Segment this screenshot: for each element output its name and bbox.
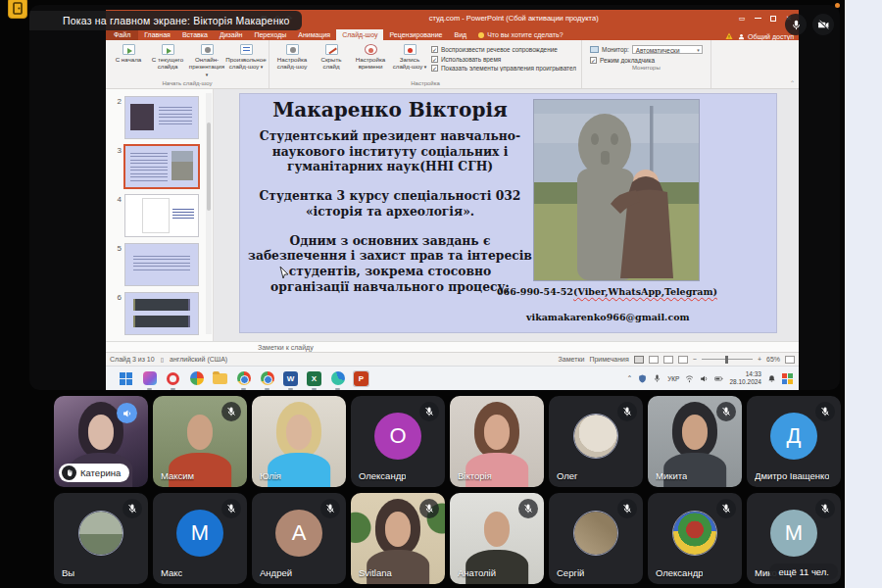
collapse-ribbon-icon[interactable]: ⌃	[790, 79, 795, 86]
wifi-icon[interactable]	[685, 374, 694, 383]
shield-icon[interactable]	[638, 374, 647, 383]
use-timings-checkbox[interactable]: ✓Использовать время	[431, 56, 576, 63]
from-beginning-button[interactable]: С начала	[109, 42, 148, 63]
participant-tile-yuliia[interactable]: Юлія	[252, 396, 346, 487]
ppt-statusbar: Слайд 3 из 10 ▯ английский (США) Заметки…	[106, 352, 799, 366]
thumbnail-slide-6[interactable]: 6	[112, 293, 213, 334]
participant-tile-you[interactable]: Вы	[54, 493, 148, 584]
current-slide[interactable]: Макаренко Вікторія Студентський президен…	[240, 94, 776, 332]
ribbon-options-icon[interactable]: ▭	[735, 12, 749, 24]
slide-thumbnail-panel[interactable]: 2 3 4 5 6	[106, 89, 214, 341]
slide-editor-area[interactable]: Макаренко Вікторія Студентський президен…	[214, 89, 799, 341]
setup-slideshow-button[interactable]: Настройка слайд-шоу	[272, 42, 312, 70]
taskbar-word[interactable]: W	[282, 370, 299, 387]
spellcheck-icon[interactable]: ▯	[161, 356, 164, 363]
reading-view-icon[interactable]	[663, 356, 673, 364]
taskbar-opera[interactable]	[165, 370, 181, 387]
participant-tile-svitlana[interactable]: Svitlana	[351, 493, 445, 584]
taskbar-photos[interactable]	[141, 370, 158, 387]
custom-slideshow-button[interactable]: Произвольное слайд-шоу	[226, 42, 266, 71]
normal-view-icon[interactable]	[634, 356, 644, 364]
participant-tile-oleksandr[interactable]: О Олександр	[351, 396, 445, 487]
slide-3-preview-selected[interactable]	[125, 146, 198, 187]
restore-button[interactable]	[766, 12, 780, 24]
comments-toggle[interactable]: Примечания	[589, 356, 628, 363]
thumbnail-slide-2[interactable]: 2	[112, 97, 213, 138]
tab-transitions[interactable]: Переходы	[248, 29, 292, 40]
record-slideshow-button[interactable]: Запись слайд-шоу	[390, 42, 429, 71]
participant-tile-mykyta[interactable]: Микита	[648, 396, 742, 487]
presenter-view-checkbox[interactable]: ✓Режим докладчика	[590, 57, 703, 64]
tray-expand-icon[interactable]: ⌃	[627, 374, 632, 382]
taskbar-chrome-2[interactable]	[259, 370, 275, 387]
participant-tile-viktoriia[interactable]: Вікторія	[450, 396, 544, 487]
rehearse-timings-button[interactable]: Настройка времени	[351, 42, 390, 70]
tray-mic-icon[interactable]	[653, 374, 662, 383]
zoom-level[interactable]: 65%	[766, 356, 780, 363]
slide-sorter-view-icon[interactable]	[649, 356, 659, 364]
slide-6-preview[interactable]	[125, 293, 198, 334]
thumbnail-scrollbar[interactable]	[206, 93, 212, 334]
camera-off-icon[interactable]	[812, 14, 834, 35]
volume-icon[interactable]	[700, 374, 709, 383]
slideshow-view-icon[interactable]	[678, 356, 688, 364]
minimize-button[interactable]	[751, 12, 764, 24]
tab-design[interactable]: Дизайн	[214, 29, 249, 40]
mic-off-icon	[716, 402, 736, 421]
taskbar-edge[interactable]	[329, 370, 346, 387]
tab-view[interactable]: Вид	[449, 29, 473, 40]
clock[interactable]: 14:3328.10.2024	[729, 370, 761, 386]
zoom-out-icon[interactable]: −	[693, 356, 697, 363]
notification-bell-icon[interactable]	[767, 374, 776, 383]
more-people-overlay[interactable]: ещё 11 чел.	[769, 564, 838, 580]
participant-name: Максим	[161, 470, 194, 481]
participant-tile-anatolii[interactable]: Анатолій	[450, 493, 544, 584]
participant-tile-myko[interactable]: М Мико ещё 11 чел.	[747, 493, 841, 584]
screen-share-tile[interactable]: Показ на главном экране: Вікторія Макаре…	[29, 5, 840, 390]
taskbar-powerpoint-active[interactable]: P	[353, 370, 369, 387]
play-narrations-checkbox[interactable]: ✓Воспроизвести речевое сопровождение	[431, 46, 576, 53]
participant-tile-maks[interactable]: М Макс	[153, 493, 247, 584]
notes-toggle[interactable]: Заметки	[559, 356, 585, 363]
mic-icon[interactable]	[785, 14, 807, 35]
hide-slide-button[interactable]: Скрыть слайд	[312, 42, 351, 70]
taskbar-chrome-1[interactable]	[235, 370, 252, 387]
tab-home[interactable]: Главная	[138, 29, 176, 40]
zoom-slider[interactable]	[702, 359, 753, 360]
tab-review[interactable]: Рецензирование	[383, 29, 448, 40]
taskbar-browser[interactable]	[188, 370, 205, 387]
participant-tile-maksym[interactable]: Максим	[153, 396, 247, 487]
slide-5-preview[interactable]	[125, 244, 198, 285]
keyboard-layout[interactable]: УКР	[667, 375, 679, 382]
participant-tile-serhii[interactable]: Сергій	[549, 493, 643, 584]
monitor-select[interactable]: Автоматически	[632, 45, 703, 54]
participant-tile-andrei[interactable]: А Андрей	[252, 493, 346, 584]
tab-insert[interactable]: Вставка	[176, 29, 214, 40]
notes-pane[interactable]: Заметки к слайду	[106, 341, 799, 352]
language-indicator[interactable]: английский (США)	[170, 356, 227, 363]
taskbar-explorer[interactable]	[212, 370, 228, 387]
participant-tile-oleksandr-2[interactable]: Олександр	[648, 493, 742, 584]
tab-slideshow[interactable]: Слайд-шоу	[336, 29, 383, 40]
present-online-button[interactable]: Онлайн-презентация	[187, 42, 226, 78]
show-media-controls-checkbox[interactable]: ✓Показать элементы управления проигрыват…	[431, 65, 576, 72]
taskbar-excel[interactable]: X	[306, 370, 322, 387]
tab-file[interactable]: Файл	[106, 29, 138, 40]
mic-off-icon	[419, 499, 439, 518]
participant-tile-katerina[interactable]: Катерина	[54, 396, 148, 487]
from-current-slide-button[interactable]: С текущего слайда	[148, 42, 187, 70]
thumbnail-slide-3[interactable]: 3	[112, 146, 213, 187]
zoom-in-icon[interactable]: +	[758, 356, 761, 363]
participant-tile-oleh[interactable]: Олег	[549, 396, 643, 487]
battery-icon[interactable]	[714, 374, 723, 383]
app-grid-icon[interactable]	[782, 373, 793, 384]
tell-me-box[interactable]: Что вы хотите сделать?	[472, 29, 568, 40]
fit-slide-icon[interactable]	[785, 356, 795, 364]
tab-animations[interactable]: Анимация	[292, 29, 336, 40]
start-button[interactable]	[118, 370, 134, 387]
thumbnail-slide-5[interactable]: 5	[112, 244, 213, 285]
participant-tile-dmytro[interactable]: Д Дмитро Іващенко	[747, 396, 841, 487]
slide-2-preview[interactable]	[125, 97, 198, 138]
thumbnail-slide-4[interactable]: 4	[112, 195, 213, 236]
slide-4-preview[interactable]	[125, 195, 198, 236]
